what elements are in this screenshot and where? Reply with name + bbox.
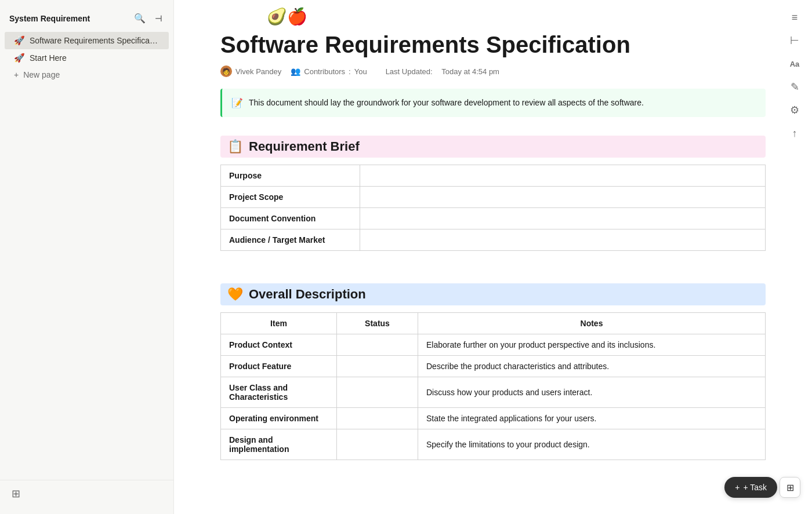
last-updated-value: Today at 4:54 pm	[441, 67, 499, 76]
row-value[interactable]	[360, 165, 766, 187]
row-label: Purpose	[221, 165, 360, 187]
item-cell: Operating environment	[221, 408, 337, 429]
page-title: Software Requirements Specification	[220, 31, 766, 59]
sidebar: System Requirement 🔍 ⊣ 🚀 Software Requir…	[0, 0, 174, 514]
search-icon: 🔍	[134, 13, 146, 24]
row-value[interactable]	[360, 208, 766, 229]
table-row: Audience / Target Market	[221, 229, 766, 251]
contributors-icon: 👥	[291, 67, 300, 76]
avatar: 🧑	[220, 65, 232, 77]
notes-cell: State the integrated applications for yo…	[418, 408, 766, 429]
rocket-icon-1: 🚀	[14, 35, 25, 46]
toc-button[interactable]: ≡	[786, 9, 803, 25]
table-row: Product Context Elaborate further on you…	[221, 334, 766, 356]
contributors-value: You	[354, 67, 367, 76]
table-row: User Class and Characteristics Discuss h…	[221, 377, 766, 408]
sidebar-bottom-icon-button[interactable]: ⊞	[9, 485, 23, 502]
author-item: 🧑 Vivek Pandey	[220, 65, 281, 77]
table-row: Project Scope	[221, 187, 766, 208]
orange-box-icon: 🧡	[227, 287, 243, 302]
table-row: Purpose	[221, 165, 766, 187]
spacer-1	[220, 269, 766, 283]
overall-description-table: ItemStatusNotes Product Context Elaborat…	[220, 312, 766, 460]
row-label: Audience / Target Market	[221, 229, 360, 251]
row-label: Project Scope	[221, 187, 360, 208]
notes-cell: Elaborate further on your product perspe…	[418, 334, 766, 356]
sidebar-icon-group: 🔍 ⊣	[132, 12, 164, 25]
table-row: Document Convention	[221, 208, 766, 229]
upload-icon: ↑	[792, 127, 798, 140]
share-button[interactable]: ↑	[786, 125, 803, 141]
sidebar-item-start-here[interactable]: 🚀 Start Here	[5, 49, 169, 67]
sidebar-header: System Requirement 🔍 ⊣	[0, 7, 173, 32]
new-page-button[interactable]: + New page	[5, 67, 169, 83]
overall-description-text: Overall Description	[249, 287, 366, 302]
collapse-sidebar-button[interactable]: ⊣	[153, 13, 164, 24]
plus-icon: +	[735, 483, 740, 492]
header-col-0: Item	[221, 313, 337, 334]
header-col-1: Status	[337, 313, 418, 334]
status-cell[interactable]	[337, 377, 418, 408]
status-cell[interactable]	[337, 334, 418, 356]
add-task-label: + Task	[743, 483, 767, 492]
contributors-label: Contributors	[304, 67, 345, 76]
list-icon: ≡	[792, 12, 798, 24]
settings-button[interactable]: ⚙	[786, 102, 803, 118]
edit-button[interactable]: ✎	[786, 79, 803, 95]
author-name: Vivek Pandey	[235, 67, 281, 76]
new-page-label: New page	[23, 70, 60, 79]
info-box-text: This document should lay the groundwork …	[249, 97, 644, 109]
clipboard-icon: 📋	[227, 139, 243, 154]
add-task-button[interactable]: + + Task	[724, 477, 777, 498]
requirement-brief-table: Purpose Project Scope Document Conventio…	[220, 165, 766, 251]
chevron-right-icon: ⊢	[790, 34, 799, 47]
font-size-button[interactable]: Aa	[786, 56, 803, 72]
pencil-icon: ✎	[791, 81, 799, 93]
grid-icon: ⊞	[12, 488, 20, 500]
table-row: Operating environment State the integrat…	[221, 408, 766, 429]
requirement-brief-heading: 📋 Requirement Brief	[220, 136, 766, 158]
content-area: 🥑 🍎 Software Requirements Specification …	[174, 0, 812, 514]
last-updated-item: Last Updated: Today at 4:54 pm	[386, 67, 499, 76]
sidebar-title: System Requirement	[9, 14, 90, 23]
item-cell: Product Feature	[221, 356, 337, 377]
status-cell[interactable]	[337, 429, 418, 460]
notes-cell: Discuss how your products and users inte…	[418, 377, 766, 408]
contributors-item: 👥 Contributors: You	[291, 67, 367, 76]
status-cell[interactable]	[337, 408, 418, 429]
table-row: Design and implementation Specify the li…	[221, 429, 766, 460]
search-button[interactable]: 🔍	[132, 12, 148, 25]
status-cell[interactable]	[337, 356, 418, 377]
right-toolbar: ≡ ⊢ Aa ✎ ⚙ ↑	[786, 9, 803, 141]
rocket-icon-2: 🚀	[14, 53, 25, 63]
font-icon: Aa	[790, 60, 800, 68]
avocado-emoji: 🥑	[267, 7, 287, 26]
row-value[interactable]	[360, 187, 766, 208]
apple-emoji: 🍎	[287, 7, 307, 26]
header-col-2: Notes	[418, 313, 766, 334]
sidebar-item-software-requirements[interactable]: 🚀 Software Requirements Specification	[5, 32, 169, 49]
sidebar-item-label-2: Start Here	[30, 53, 67, 63]
row-label: Document Convention	[221, 208, 360, 229]
row-value[interactable]	[360, 229, 766, 251]
last-updated-label: Last Updated:	[386, 67, 433, 76]
grid-view-button[interactable]: ⊞	[780, 477, 800, 498]
gear-icon: ⚙	[790, 104, 799, 116]
notes-cell: Describe the product characteristics and…	[418, 356, 766, 377]
main-content: ≡ ⊢ Aa ✎ ⚙ ↑ 🥑 🍎 Software Requirements S…	[174, 0, 812, 514]
overall-description-heading: 🧡 Overall Description	[220, 283, 766, 305]
table-row: Product Feature Describe the product cha…	[221, 356, 766, 377]
page-emoji-bar: 🥑 🍎	[220, 0, 766, 26]
collapse-icon: ⊣	[155, 14, 162, 23]
sidebar-bottom: ⊞	[0, 480, 173, 507]
grid-icon: ⊞	[786, 482, 794, 493]
item-cell: Product Context	[221, 334, 337, 356]
item-cell: Design and implementation	[221, 429, 337, 460]
collapse-right-button[interactable]: ⊢	[786, 32, 803, 49]
requirement-brief-text: Requirement Brief	[249, 139, 360, 154]
table-header-row: ItemStatusNotes	[221, 313, 766, 334]
item-cell: User Class and Characteristics	[221, 377, 337, 408]
info-box: 📝 This document should lay the groundwor…	[220, 89, 766, 117]
notes-cell: Specify the limitations to your product …	[418, 429, 766, 460]
avatar-emoji: 🧑	[222, 68, 230, 75]
